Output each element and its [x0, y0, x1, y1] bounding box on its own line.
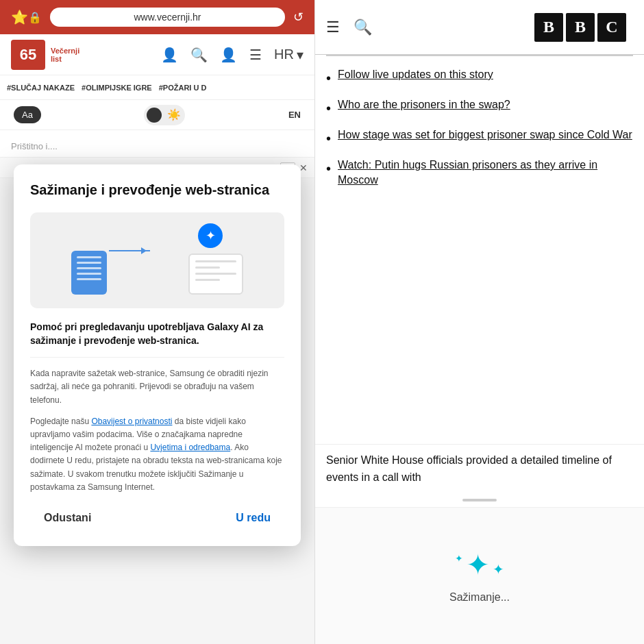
- star-small-icon: ✦: [493, 561, 504, 578]
- modal-subtitle: Pomoć pri pregledavanju upotrebljava Gal…: [30, 321, 284, 347]
- document-icon: [71, 251, 107, 295]
- privacy-link[interactable]: Obavijest o privatnosti: [91, 417, 172, 426]
- modal-body-text-2: Pogledajte našu Obavijest o privatnosti …: [30, 415, 284, 494]
- card-icon: [188, 253, 243, 295]
- right-panel: ☰ 🔍 B B C • Follow live updates on this …: [315, 0, 644, 644]
- tags-bar: #SLUČAJ NAKAZE #OLIMPIJSKE IGRE #POŽARI …: [0, 75, 314, 100]
- left-panel: ⭐ 🔒 www.vecernji.hr ↺ 65 Večernji list 👤…: [0, 0, 315, 644]
- font-size-toggle[interactable]: Aa: [14, 106, 41, 123]
- bullet-2: •: [326, 99, 331, 118]
- bbc-b1: B: [534, 13, 563, 42]
- profile-icon[interactable]: 👤: [161, 47, 178, 63]
- tag-2[interactable]: #OLIMPIJSKE IGRE: [82, 84, 152, 92]
- theme-toggle[interactable]: ☀️: [144, 105, 185, 125]
- logo-text-line2: list: [51, 55, 79, 63]
- ai-magic-icon: ✦: [198, 223, 223, 248]
- lock-icon: 🔒: [28, 11, 42, 24]
- en-language-label[interactable]: EN: [288, 110, 301, 120]
- article-item-1: • Follow live updates on this story: [326, 67, 633, 88]
- controls-bar: Aa ☀️ EN: [0, 100, 314, 130]
- bullet-3: •: [326, 129, 331, 148]
- scroll-indicator: [462, 499, 497, 501]
- ai-panel: ✦ ✦ ✦ Sažimanje...: [315, 507, 644, 644]
- site-nav: 👤 🔍 👤 ☰ HR ▾: [161, 47, 304, 63]
- site-logo[interactable]: 65 Večernji list: [11, 40, 79, 70]
- article-link-2[interactable]: Who are the prisoners in the swap?: [338, 97, 510, 112]
- chevron-down-icon: ▾: [297, 47, 304, 63]
- logo-box: 65: [11, 40, 45, 70]
- site-header: 65 Večernji list 👤 🔍 👤 ☰ HR ▾: [0, 34, 314, 75]
- article-item-2: • Who are the prisoners in the swap?: [326, 97, 633, 118]
- url-bar[interactable]: www.vecernji.hr: [50, 8, 285, 27]
- bbc-c: C: [597, 13, 626, 42]
- ai-stars: ✦ ✦ ✦: [455, 548, 504, 582]
- bullet-1: •: [326, 69, 331, 88]
- bbc-header: ☰ 🔍 B B C: [315, 0, 644, 55]
- star-main-icon: ✦: [466, 548, 490, 582]
- bullet-4: •: [326, 159, 331, 178]
- reload-icon[interactable]: ↺: [293, 10, 304, 25]
- arrow-icon: [109, 250, 150, 251]
- logo-text-line1: Večernji: [51, 47, 79, 55]
- modal-illustration: ✦: [30, 212, 284, 308]
- browser-back-icon[interactable]: ⭐: [11, 9, 28, 25]
- browser-chrome: ⭐ 🔒 www.vecernji.hr ↺: [0, 0, 314, 34]
- article-body: Senior White House officials provided a …: [315, 444, 644, 493]
- toggle-knob: [147, 108, 162, 123]
- hamburger-icon[interactable]: ☰: [326, 18, 340, 36]
- scroll-hint: [315, 493, 644, 507]
- modal-body-text-1: Kada napravite sažetak web-stranice, Sam…: [30, 367, 284, 407]
- tag-3[interactable]: #POŽARI U D: [159, 84, 207, 92]
- bbc-search-icon[interactable]: 🔍: [354, 18, 372, 36]
- modal-divider: [30, 357, 284, 358]
- menu-icon[interactable]: ☰: [249, 47, 262, 63]
- font-icon: Aa: [22, 110, 33, 120]
- sun-icon: ☀️: [167, 108, 181, 121]
- star-tiny-icon: ✦: [455, 553, 463, 564]
- article-list: • Follow live updates on this story • Wh…: [315, 56, 644, 441]
- ai-status-label: Sažimanje...: [449, 591, 510, 604]
- ok-button[interactable]: U redu: [222, 506, 284, 530]
- modal-dialog: Sažimanje i prevođenje web-stranica ✦: [14, 164, 301, 546]
- article-link-1[interactable]: Follow live updates on this story: [338, 67, 493, 82]
- cancel-button[interactable]: Odustani: [30, 506, 105, 530]
- article-item-3: • How stage was set for biggest prisoner…: [326, 127, 633, 148]
- bbc-b2: B: [566, 13, 595, 42]
- language-selector[interactable]: HR ▾: [274, 47, 304, 63]
- search-site-icon[interactable]: 🔍: [190, 47, 208, 63]
- article-link-3[interactable]: How stage was set for biggest prisoner s…: [338, 127, 632, 143]
- bbc-logo: B B C: [534, 13, 626, 42]
- article-body-text: Senior White House officials provided a …: [326, 451, 633, 486]
- terms-link[interactable]: Uvjetima i odredbama: [150, 443, 230, 452]
- modal-actions: Odustani U redu: [30, 506, 284, 530]
- article-link-4[interactable]: Watch: Putin hugs Russian prisoners as t…: [338, 158, 633, 188]
- modal-title: Sažimanje i prevođenje web-stranica: [30, 181, 284, 199]
- article-item-4: • Watch: Putin hugs Russian prisoners as…: [326, 158, 633, 188]
- tag-1[interactable]: #SLUČAJ NAKAZE: [7, 84, 75, 92]
- article-preview: Prištitno i....: [0, 130, 314, 158]
- user-icon[interactable]: 👤: [220, 47, 237, 63]
